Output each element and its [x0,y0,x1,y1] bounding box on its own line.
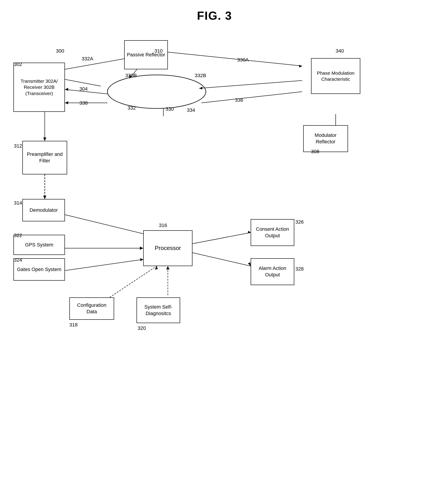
ref-324: 324 [14,257,22,263]
ref-318: 318 [69,322,78,328]
ref-304: 304 [80,86,88,92]
svg-line-30 [192,253,251,266]
demodulator-box: Demodulator [22,199,65,221]
self-diagnostics-box: System Self- Diagnositcs [136,297,180,323]
svg-line-15 [65,79,101,86]
consent-action-box: Consent Action Output [251,219,294,246]
ref-338: 338 [80,100,88,106]
alarm-action-box: Alarm Action Output [251,258,294,285]
svg-marker-6 [199,87,203,89]
svg-marker-14 [65,101,68,104]
svg-line-22 [65,215,157,237]
ref-300: 300 [56,48,64,54]
ref-340: 340 [336,48,344,54]
ref-310: 310 [154,48,163,54]
svg-marker-10 [65,88,68,91]
ref-316: 316 [159,223,167,228]
ref-308: 308 [311,149,319,155]
svg-line-1 [65,58,128,69]
ref-302: 302 [14,61,22,67]
svg-marker-21 [43,196,46,199]
ref-326: 326 [295,219,304,225]
transmitter-box: Transmitter 302A/ Receiver 302B (Transce… [13,63,65,112]
ref-332: 332 [128,105,136,111]
svg-marker-4 [299,65,302,68]
svg-line-28 [192,233,251,244]
svg-line-32 [110,266,157,297]
svg-line-3 [161,52,302,66]
preamplifier-box: Preamplifier and Filter [22,141,67,174]
config-data-box: Configuration Data [69,297,114,320]
ref-330A: 330A [237,57,249,63]
ref-328: 328 [295,266,304,272]
modulator-reflector-box: Modulator Reflector [303,125,348,152]
passive-reflector-box: Passive Reflector [124,40,168,69]
ref-330B: 330B [125,73,137,78]
ref-332B: 332B [195,73,206,78]
svg-point-0 [107,75,206,108]
ref-320: 320 [138,325,146,331]
ref-332A: 332A [82,56,93,62]
ref-336: 336 [235,97,243,103]
phase-modulation-box: Phase Modulation Characteristic [311,58,360,94]
ref-330: 330 [166,106,174,112]
processor-box: Processor [143,230,192,266]
page-title: FIG. 3 [0,0,429,22]
svg-marker-27 [140,258,143,261]
svg-line-5 [199,80,302,88]
ref-334: 334 [187,107,195,113]
ref-312: 312 [14,143,22,149]
ref-314: 314 [14,200,22,206]
svg-marker-35 [166,266,170,269]
svg-marker-19 [43,138,46,141]
svg-line-26 [65,259,143,270]
svg-marker-25 [140,247,143,250]
svg-line-11 [201,92,302,103]
ref-322: 322 [14,233,22,238]
svg-marker-33 [155,266,158,270]
